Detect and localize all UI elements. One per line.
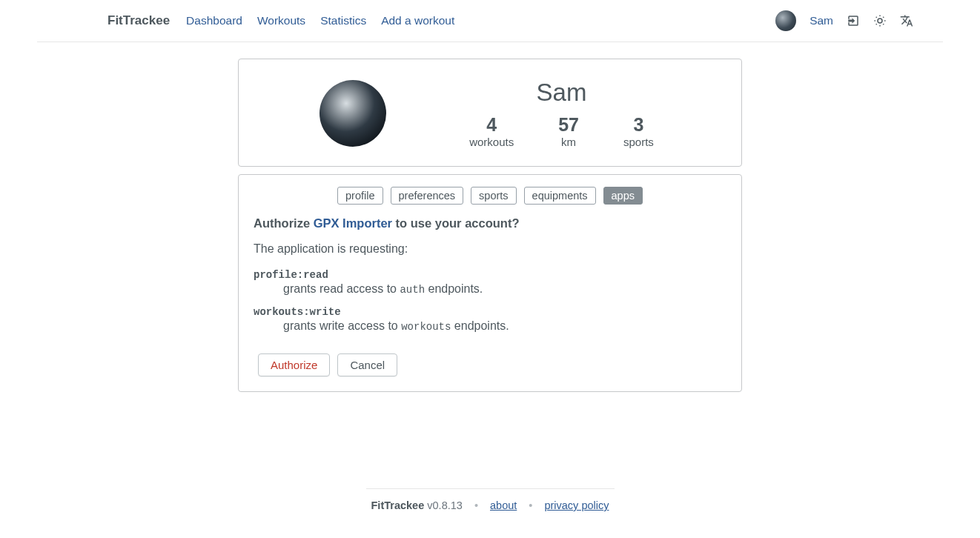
svg-line-4 xyxy=(883,24,884,24)
profile-name: Sam xyxy=(431,79,692,107)
nav-workouts[interactable]: Workouts xyxy=(257,14,305,27)
svg-line-7 xyxy=(876,24,877,24)
stat-workouts-label: workouts xyxy=(469,136,514,148)
language-icon[interactable] xyxy=(900,14,913,27)
app-name-link[interactable]: GPX Importer xyxy=(314,216,392,230)
scope-workouts-write: workouts:write grants write access to wo… xyxy=(254,306,726,333)
scope-profile-read: profile:read grants read access to auth … xyxy=(254,269,726,296)
tab-equipments[interactable]: equipments xyxy=(524,187,596,205)
nav-statistics[interactable]: Statistics xyxy=(320,14,366,27)
svg-point-0 xyxy=(878,19,882,23)
profile-avatar xyxy=(320,80,386,147)
svg-line-8 xyxy=(883,17,884,18)
stat-workouts: 4 workouts xyxy=(469,114,514,148)
stat-km-num: 57 xyxy=(558,114,579,136)
authorize-button[interactable]: Authorize xyxy=(258,353,330,376)
scope-name: workouts:write xyxy=(254,306,726,318)
scope-desc: grants read access to auth endpoints. xyxy=(283,282,726,296)
nav-dashboard[interactable]: Dashboard xyxy=(186,14,242,27)
stat-sports: 3 sports xyxy=(623,114,654,148)
stat-sports-num: 3 xyxy=(623,114,654,136)
footer-separator: • xyxy=(474,499,478,511)
stat-workouts-num: 4 xyxy=(469,114,514,136)
stat-km-label: km xyxy=(558,136,579,148)
authorize-suffix: to use your account? xyxy=(392,216,519,230)
tab-apps[interactable]: apps xyxy=(603,187,643,205)
theme-icon[interactable] xyxy=(873,14,887,27)
authorize-heading: Authorize GPX Importer to use your accou… xyxy=(254,216,726,230)
stat-km: 57 km xyxy=(558,114,579,148)
button-row: Authorize Cancel xyxy=(258,353,726,376)
navbar: FitTrackee Dashboard Workouts Statistics… xyxy=(37,0,943,42)
scope-name: profile:read xyxy=(254,269,726,281)
authorize-prefix: Authorize xyxy=(254,216,314,230)
requesting-text: The application is requesting: xyxy=(254,242,726,256)
footer-version: v0.8.13 xyxy=(424,499,463,511)
nav-links: Dashboard Workouts Statistics Add a work… xyxy=(186,14,454,27)
tab-profile[interactable]: profile xyxy=(337,187,383,205)
footer-privacy-link[interactable]: privacy policy xyxy=(544,499,609,511)
nav-add-workout[interactable]: Add a workout xyxy=(381,14,454,27)
footer: FitTrackee v0.8.13 • about • privacy pol… xyxy=(366,488,615,511)
avatar[interactable] xyxy=(775,10,796,31)
profile-main: Sam 4 workouts 57 km 3 sports xyxy=(431,79,722,148)
profile-stats: 4 workouts 57 km 3 sports xyxy=(431,114,692,148)
stat-sports-label: sports xyxy=(623,136,654,148)
footer-brand: FitTrackee xyxy=(371,499,425,511)
brand-logo[interactable]: FitTrackee xyxy=(107,13,170,28)
tabs: profile preferences sports equipments ap… xyxy=(254,187,726,205)
footer-about-link[interactable]: about xyxy=(490,499,517,511)
svg-line-3 xyxy=(876,17,877,18)
tab-preferences[interactable]: preferences xyxy=(391,187,464,205)
scope-desc: grants write access to workouts endpoint… xyxy=(283,319,726,333)
tab-sports[interactable]: sports xyxy=(471,187,517,205)
nav-username[interactable]: Sam xyxy=(810,14,833,27)
profile-header-card: Sam 4 workouts 57 km 3 sports xyxy=(238,59,742,167)
content-card: profile preferences sports equipments ap… xyxy=(238,174,742,392)
footer-separator: • xyxy=(529,499,532,511)
logout-icon[interactable] xyxy=(847,14,860,27)
nav-right: Sam xyxy=(775,10,913,31)
cancel-button[interactable]: Cancel xyxy=(337,353,397,376)
